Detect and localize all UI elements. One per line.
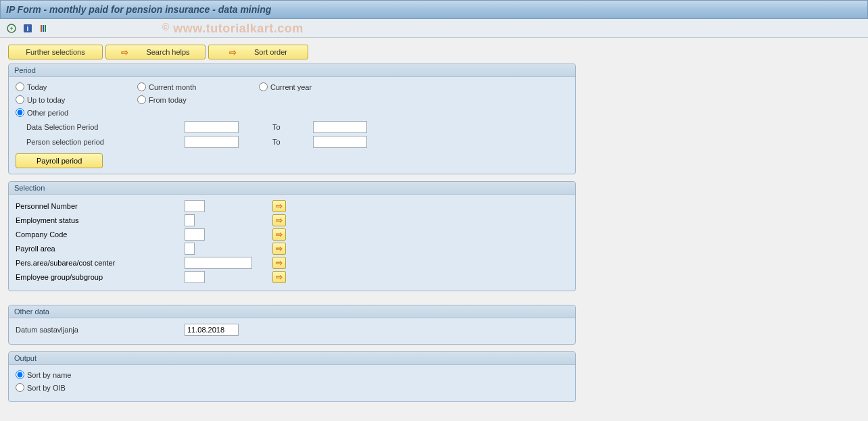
svg-rect-5	[45, 25, 46, 32]
arrow-right-icon: ⇨	[276, 244, 283, 253]
multi-select-button[interactable]: ⇨	[272, 200, 286, 212]
period-group: Period Today Current month Current year …	[8, 64, 576, 174]
info-icon[interactable]: i	[22, 22, 34, 34]
execute-icon[interactable]	[5, 22, 18, 34]
group-title: Output	[9, 352, 575, 365]
button-label: Search helps	[146, 48, 189, 56]
to-label: To	[272, 123, 313, 131]
company-code-input[interactable]	[185, 228, 205, 241]
data-selection-to-input[interactable]	[313, 121, 367, 133]
radio-current-month[interactable]: Current month	[137, 82, 259, 91]
pers-area-label: Pers.area/subarea/cost center	[16, 259, 185, 267]
svg-rect-4	[43, 25, 44, 32]
radio-other-period[interactable]: Other period	[16, 108, 137, 117]
arrow-right-icon: ⇨	[229, 47, 237, 57]
further-selections-button[interactable]: Further selections	[8, 45, 103, 59]
person-selection-from-input[interactable]	[185, 136, 239, 148]
group-title: Other data	[9, 305, 575, 318]
radio-from-today[interactable]: From today	[137, 95, 259, 104]
multi-select-button[interactable]: ⇨	[272, 243, 286, 255]
radio-sort-by-oib[interactable]: Sort by OIB	[16, 383, 137, 392]
arrow-right-icon: ⇨	[121, 47, 128, 57]
arrow-right-icon: ⇨	[276, 201, 283, 211]
sort-order-button[interactable]: ⇨ Sort order	[208, 45, 308, 59]
arrow-right-icon: ⇨	[276, 258, 283, 268]
employee-group-input[interactable]	[185, 271, 205, 283]
title-bar: IP Form - monthly paid for pension insur…	[0, 0, 868, 19]
arrow-right-icon: ⇨	[276, 216, 283, 225]
company-code-label: Company Code	[16, 230, 185, 239]
multi-select-button[interactable]: ⇨	[272, 271, 286, 283]
payroll-area-label: Payroll area	[16, 245, 185, 253]
svg-text:i: i	[27, 25, 29, 32]
data-selection-period-label: Data Selection Period	[16, 123, 185, 131]
arrow-right-icon: ⇨	[276, 272, 283, 282]
page-title: IP Form - monthly paid for pension insur…	[6, 4, 271, 15]
pers-area-input[interactable]	[185, 257, 252, 269]
group-title: Period	[9, 64, 575, 77]
list-icon[interactable]	[38, 22, 50, 34]
radio-up-to-today[interactable]: Up to today	[16, 95, 137, 104]
multi-select-button[interactable]: ⇨	[272, 214, 286, 226]
action-button-row: Further selections ⇨ Search helps ⇨ Sort…	[8, 45, 860, 59]
radio-today[interactable]: Today	[16, 82, 137, 91]
multi-select-button[interactable]: ⇨	[272, 257, 286, 269]
output-group: Output Sort by name Sort by OIB	[8, 351, 576, 402]
selection-group: Selection Personnel Number ⇨ Employment …	[8, 181, 576, 291]
group-title: Selection	[9, 182, 575, 195]
datum-label: Datum sastavljanja	[16, 326, 185, 334]
other-data-group: Other data Datum sastavljanja	[8, 305, 576, 345]
svg-rect-3	[41, 25, 42, 32]
watermark: © www.tutorialkart.com	[162, 22, 304, 36]
person-selection-period-label: Person selection period	[16, 138, 185, 146]
employment-status-label: Employment status	[16, 216, 185, 224]
employee-group-label: Employee group/subgroup	[16, 273, 185, 281]
personnel-number-label: Personnel Number	[16, 202, 185, 210]
radio-sort-by-name[interactable]: Sort by name	[16, 370, 137, 379]
button-label: Sort order	[254, 48, 287, 56]
payroll-period-button[interactable]: Payroll period	[16, 153, 103, 168]
search-helps-button[interactable]: ⇨ Search helps	[105, 45, 206, 59]
button-label: Further selections	[26, 48, 85, 56]
datum-input[interactable]	[185, 324, 239, 336]
person-selection-to-input[interactable]	[313, 136, 367, 148]
toolbar: i © www.tutorialkart.com	[0, 19, 868, 38]
employment-status-input[interactable]	[185, 214, 195, 226]
to-label: To	[272, 138, 313, 146]
multi-select-button[interactable]: ⇨	[272, 228, 286, 241]
payroll-area-input[interactable]	[185, 243, 195, 255]
data-selection-from-input[interactable]	[185, 121, 239, 133]
radio-current-year[interactable]: Current year	[259, 82, 381, 91]
personnel-number-input[interactable]	[185, 200, 205, 212]
main-content: Further selections ⇨ Search helps ⇨ Sort…	[0, 38, 868, 416]
arrow-right-icon: ⇨	[276, 230, 283, 239]
